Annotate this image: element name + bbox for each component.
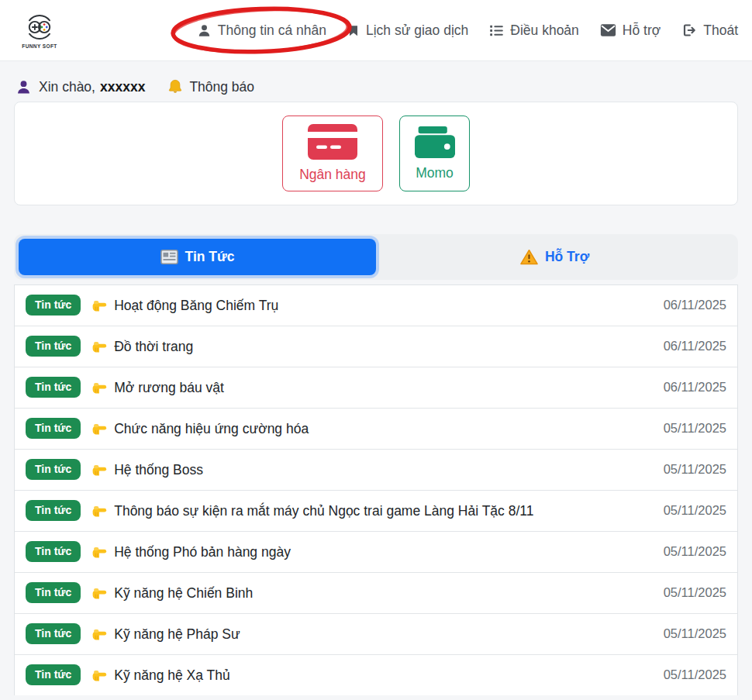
news-date: 06/11/2025 — [664, 377, 726, 398]
news-row[interactable]: 05/11/2025 Tin tức Kỹ năng hệ Xạ Thủ — [15, 654, 737, 695]
news-row[interactable]: 05/11/2025 Tin tức Kỹ năng hệ Chiến Binh — [15, 572, 737, 613]
news-title: Hoạt động Băng Chiếm Trụ — [114, 298, 278, 313]
wallet-icon — [415, 126, 455, 158]
tab-news-label: Tin Tức — [185, 249, 235, 265]
greeting-text: Xin chào, — [39, 79, 95, 95]
news-date: 05/11/2025 — [664, 623, 726, 644]
momo-button-label: Momo — [416, 165, 454, 181]
main-content: Xin chào, xxxxxx Thông báo Ngân hàng — [0, 61, 752, 695]
news-date: 05/11/2025 — [664, 541, 726, 562]
news-badge: Tin tức — [26, 541, 81, 562]
news-title: Chức năng hiệu ứng cường hóa — [114, 421, 309, 436]
news-date: 06/11/2025 — [664, 295, 726, 316]
tab-support[interactable]: Hỗ Trợ — [376, 239, 733, 275]
news-row[interactable]: 05/11/2025 Tin tức Hệ thống Phó bản hàng… — [15, 531, 737, 572]
pointing-finger-icon — [91, 667, 107, 683]
greeting-row: Xin chào, xxxxxx Thông báo — [0, 61, 752, 102]
bell-icon — [167, 78, 184, 95]
pointing-finger-icon — [91, 297, 107, 313]
pointing-finger-icon — [91, 543, 107, 560]
nav-item-terms[interactable]: Điều khoản — [489, 22, 579, 39]
news-title: Kỹ năng hệ Xạ Thủ — [114, 667, 230, 683]
nav-item-label: Thông tin cá nhân — [218, 22, 326, 39]
news-date: 05/11/2025 — [664, 459, 726, 480]
bank-payment-button[interactable]: Ngân hàng — [282, 116, 383, 191]
news-row[interactable]: 06/11/2025 Tin tức Hoạt động Băng Chiếm … — [15, 285, 737, 326]
news-date: 05/11/2025 — [664, 664, 726, 685]
news-badge: Tin tức — [26, 336, 81, 357]
pointing-finger-icon — [91, 626, 107, 642]
news-title: Thông báo sự kiện ra mắt máy chủ Ngọc tr… — [114, 503, 533, 519]
pointing-finger-icon — [91, 584, 107, 601]
news-badge: Tin tức — [26, 664, 81, 685]
news-badge: Tin tức — [26, 500, 81, 521]
username: xxxxxx — [100, 79, 145, 95]
notification-link[interactable]: Thông báo — [167, 78, 254, 95]
news-date: 06/11/2025 — [664, 336, 726, 357]
news-list: 06/11/2025 Tin tức Hoạt động Băng Chiếm … — [14, 284, 738, 695]
sign-out-icon — [681, 22, 697, 38]
news-row[interactable]: 06/11/2025 Tin tức Đồ thời trang — [15, 326, 737, 367]
news-date: 05/11/2025 — [664, 582, 726, 603]
newspaper-icon — [160, 250, 178, 264]
person-icon-purple — [16, 79, 32, 95]
pointing-finger-icon — [91, 420, 107, 436]
tab-bar: Tin Tức Hỗ Trợ — [14, 234, 738, 280]
news-title: Kỹ năng hệ Pháp Sư — [114, 626, 240, 642]
pointing-finger-icon — [91, 461, 107, 478]
nav-item-profile[interactable]: Thông tin cá nhân — [197, 22, 326, 39]
momo-payment-button[interactable]: Momo — [399, 116, 470, 191]
pointing-finger-icon — [91, 502, 107, 519]
news-badge: Tin tức — [26, 295, 81, 316]
news-badge: Tin tức — [26, 582, 81, 603]
news-date: 05/11/2025 — [664, 500, 726, 521]
person-icon — [197, 23, 212, 38]
nav-item-label: Thoát — [703, 22, 738, 39]
news-title: Kỹ năng hệ Chiến Binh — [114, 585, 253, 601]
news-row[interactable]: 05/11/2025 Tin tức Kỹ năng hệ Pháp Sư — [15, 613, 737, 654]
nav-item-support[interactable]: Hỗ trợ — [600, 22, 661, 39]
news-date: 05/11/2025 — [664, 418, 726, 439]
brand-logo: FUNNY SOFT — [16, 12, 64, 49]
news-row[interactable]: 05/11/2025 Tin tức Chức năng hiệu ứng cư… — [15, 408, 737, 449]
warning-icon — [520, 249, 538, 265]
list-icon — [489, 23, 504, 38]
envelope-icon — [600, 23, 616, 37]
nav-item-label: Điều khoản — [510, 22, 579, 39]
nav-item-logout[interactable]: Thoát — [681, 22, 738, 39]
main-nav: Thông tin cá nhân Lịch sử giao dịch Điều… — [197, 22, 738, 39]
notification-label: Thông báo — [189, 79, 254, 95]
payment-methods-card: Ngân hàng Momo — [14, 102, 738, 205]
bookmark-icon — [347, 23, 360, 38]
nav-item-label: Lịch sử giao dịch — [366, 22, 468, 39]
pointing-finger-icon — [91, 379, 107, 395]
news-title: Hệ thống Phó bản hàng ngày — [114, 544, 291, 560]
nav-item-transaction-history[interactable]: Lịch sử giao dịch — [347, 22, 468, 39]
news-title: Mở rương báu vật — [114, 380, 224, 395]
game-controller-logo-icon — [22, 12, 57, 43]
news-badge: Tin tức — [26, 623, 81, 644]
news-title: Đồ thời trang — [114, 339, 193, 354]
news-row[interactable]: 05/11/2025 Tin tức Thông báo sự kiện ra … — [15, 490, 737, 531]
news-badge: Tin tức — [26, 459, 81, 480]
top-navbar: FUNNY SOFT Thông tin cá nhân Lịch sử gia… — [0, 0, 752, 61]
news-title: Hệ thống Boss — [114, 462, 203, 478]
news-badge: Tin tức — [26, 418, 81, 439]
pointing-finger-icon — [91, 338, 107, 354]
news-row[interactable]: 06/11/2025 Tin tức Mở rương báu vật — [15, 367, 737, 408]
nav-item-label: Hỗ trợ — [623, 22, 661, 39]
credit-card-icon — [308, 124, 357, 160]
bank-button-label: Ngân hàng — [299, 167, 366, 183]
tab-support-label: Hỗ Trợ — [545, 249, 589, 265]
news-row[interactable]: 05/11/2025 Tin tức Hệ thống Boss — [15, 449, 737, 490]
tab-news[interactable]: Tin Tức — [19, 239, 376, 275]
brand-name: FUNNY SOFT — [22, 43, 57, 49]
news-badge: Tin tức — [26, 377, 81, 398]
